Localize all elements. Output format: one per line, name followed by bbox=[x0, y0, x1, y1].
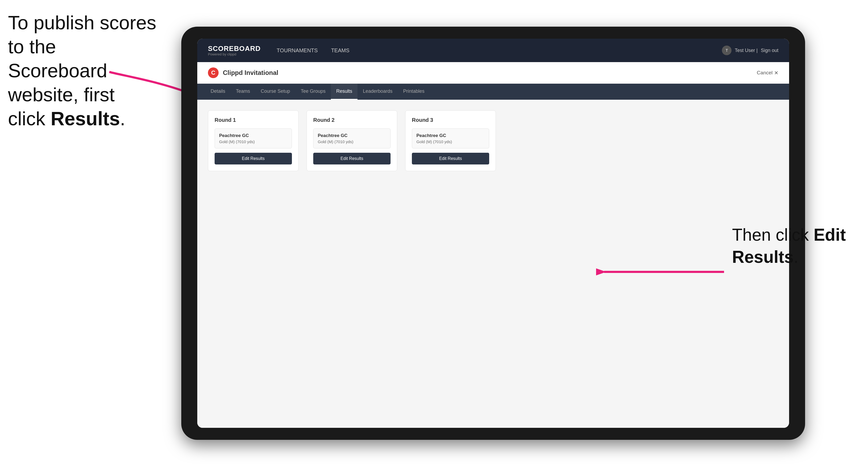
tab-course-setup[interactable]: Course Setup bbox=[255, 84, 296, 100]
edit-results-btn-round2[interactable]: Edit Results bbox=[313, 153, 391, 164]
user-name: Test User | bbox=[735, 48, 757, 53]
logo-text: SCOREBOARD bbox=[208, 45, 261, 52]
round-2-title: Round 2 bbox=[313, 117, 391, 123]
sign-out-link[interactable]: Sign out bbox=[761, 48, 778, 53]
tab-details[interactable]: Details bbox=[205, 84, 230, 100]
round-2-course-detail: Gold (M) (7010 yds) bbox=[318, 139, 386, 144]
round-1-course-card: Peachtree GC Gold (M) (7010 yds) bbox=[215, 128, 292, 149]
cancel-icon: ✕ bbox=[774, 70, 778, 76]
tablet-screen: SCOREBOARD Powered by clippd TOURNAMENTS… bbox=[197, 39, 789, 428]
round-1-card: Round 1 Peachtree GC Gold (M) (7010 yds)… bbox=[208, 111, 299, 171]
tournament-header: C Clippd Invitational Cancel ✕ bbox=[197, 62, 789, 84]
tab-teams[interactable]: Teams bbox=[230, 84, 255, 100]
cancel-label: Cancel bbox=[757, 70, 773, 76]
rounds-grid: Round 1 Peachtree GC Gold (M) (7010 yds)… bbox=[208, 111, 778, 171]
round-1-course-detail: Gold (M) (7010 yds) bbox=[219, 139, 287, 144]
round-3-title: Round 3 bbox=[412, 117, 489, 123]
tabs-bar: Details Teams Course Setup Tee Groups Re… bbox=[197, 84, 789, 100]
arrow2 bbox=[596, 256, 730, 288]
logo-area: SCOREBOARD Powered by clippd bbox=[208, 45, 261, 56]
tablet-device: SCOREBOARD Powered by clippd TOURNAMENTS… bbox=[181, 27, 805, 440]
tab-leaderboards[interactable]: Leaderboards bbox=[358, 84, 398, 100]
round-2-course-name: Peachtree GC bbox=[318, 133, 386, 138]
edit-results-btn-round3[interactable]: Edit Results bbox=[412, 153, 489, 164]
tournament-title-area: C Clippd Invitational bbox=[208, 67, 278, 78]
nav-teams[interactable]: TEAMS bbox=[331, 48, 349, 54]
nav-links: TOURNAMENTS TEAMS bbox=[277, 48, 722, 54]
round-3-course-card: Peachtree GC Gold (M) (7010 yds) bbox=[412, 128, 489, 149]
tab-tee-groups[interactable]: Tee Groups bbox=[296, 84, 331, 100]
round-1-course-name: Peachtree GC bbox=[219, 133, 287, 138]
tab-printables[interactable]: Printables bbox=[398, 84, 430, 100]
round-2-card: Round 2 Peachtree GC Gold (M) (7010 yds)… bbox=[307, 111, 397, 171]
user-area: T Test User | Sign out bbox=[722, 45, 778, 55]
round-3-course-name: Peachtree GC bbox=[416, 133, 485, 138]
round-3-course-detail: Gold (M) (7010 yds) bbox=[416, 139, 485, 144]
tournament-title: Clippd Invitational bbox=[223, 69, 278, 76]
instruction-text-right: Then click Edit Results. bbox=[732, 224, 860, 268]
tournament-icon: C bbox=[208, 67, 219, 78]
tab-results[interactable]: Results bbox=[331, 84, 358, 100]
logo-subtitle: Powered by clippd bbox=[208, 53, 261, 56]
top-nav: SCOREBOARD Powered by clippd TOURNAMENTS… bbox=[197, 39, 789, 62]
cancel-button[interactable]: Cancel ✕ bbox=[757, 70, 778, 76]
round-3-card: Round 3 Peachtree GC Gold (M) (7010 yds)… bbox=[405, 111, 496, 171]
nav-tournaments[interactable]: TOURNAMENTS bbox=[277, 48, 318, 54]
edit-results-highlight: Edit Results bbox=[732, 225, 846, 267]
edit-results-btn-round1[interactable]: Edit Results bbox=[215, 153, 292, 164]
round-2-course-card: Peachtree GC Gold (M) (7010 yds) bbox=[313, 128, 391, 149]
round-1-title: Round 1 bbox=[215, 117, 292, 123]
user-avatar: T bbox=[722, 45, 732, 55]
